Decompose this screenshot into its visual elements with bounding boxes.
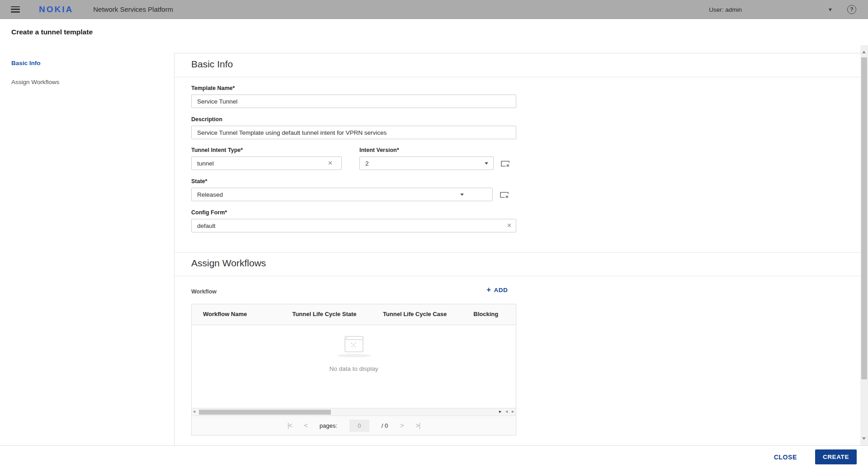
config-form-group: Config Form* ✕ <box>191 209 516 232</box>
intent-version-group: Intent Version* <box>359 147 494 170</box>
col-tunnel-life-cycle-state: Tunnel Life Cycle State <box>281 304 371 325</box>
workflow-label: Workflow <box>191 288 217 295</box>
page-number-input[interactable] <box>349 420 369 432</box>
empty-state-text: No data to display <box>192 365 516 372</box>
screen: NOKIA Network Services Platform User: ad… <box>0 0 868 468</box>
first-page-button[interactable]: |< <box>288 422 292 429</box>
assign-workflows-heading: Assign Workflows <box>191 258 266 269</box>
col-tunnel-life-cycle-case: Tunnel Life Cycle Case <box>372 304 462 325</box>
scroll-left-icon[interactable]: ◂ <box>505 409 508 414</box>
vertical-scrollbar[interactable] <box>860 45 868 445</box>
divider <box>175 276 860 276</box>
sidebar-item-basic-info[interactable]: Basic Info <box>11 60 41 66</box>
description-input[interactable] <box>191 126 516 139</box>
form-panel: Basic Info Template Name* Description Tu… <box>174 53 860 445</box>
empty-state-shadow <box>337 354 371 357</box>
template-name-input[interactable] <box>191 95 516 108</box>
divider <box>175 252 860 253</box>
user-menu-label[interactable]: User: admin <box>709 6 742 13</box>
state-label: State* <box>191 178 493 184</box>
template-name-label: Template Name* <box>191 85 516 91</box>
clear-icon[interactable]: ✕ <box>507 222 512 229</box>
topbar: NOKIA Network Services Platform User: ad… <box>0 0 868 19</box>
page-header: Create a tunnel template <box>0 19 868 45</box>
pagination-bar: |< < pages: / 0 > >| <box>192 416 516 435</box>
sidebar-item-assign-workflows[interactable]: Assign Workflows <box>11 79 59 85</box>
intent-version-select[interactable] <box>359 156 494 170</box>
horizontal-scrollbar[interactable]: ◂ ▸ ◂ ▸ <box>192 408 516 416</box>
sidebar: Basic Info Assign Workflows <box>0 45 174 445</box>
next-page-button[interactable]: > <box>400 422 403 429</box>
workflow-table-header: Workflow Name Tunnel Life Cycle State Tu… <box>192 304 516 325</box>
clear-selection-icon[interactable] <box>500 191 509 201</box>
prev-page-button[interactable]: < <box>304 422 307 429</box>
chevron-down-icon[interactable] <box>485 162 488 165</box>
config-form-input[interactable] <box>191 219 516 232</box>
scroll-up-icon[interactable] <box>862 51 866 53</box>
chevron-down-icon[interactable] <box>460 194 464 196</box>
app-title: Network Services Platform <box>93 5 173 13</box>
divider <box>175 77 860 77</box>
config-form-label: Config Form* <box>191 209 516 216</box>
last-page-button[interactable]: >| <box>415 422 420 429</box>
scroll-right-icon[interactable]: ▸ <box>512 409 514 414</box>
plus-icon: + <box>486 285 491 294</box>
description-label: Description <box>191 116 516 123</box>
pages-label: pages: <box>320 422 337 429</box>
tunnel-intent-type-label: Tunnel Intent Type* <box>191 147 342 153</box>
state-select[interactable] <box>191 188 493 201</box>
page-title: Create a tunnel template <box>11 28 93 36</box>
workflow-table: Workflow Name Tunnel Life Cycle State Tu… <box>191 304 516 435</box>
user-menu-caret-icon[interactable]: ▼ <box>828 7 833 12</box>
scrollbar-thumb[interactable] <box>199 410 331 415</box>
clear-icon[interactable]: ✕ <box>328 160 333 166</box>
scroll-down-icon[interactable] <box>862 437 866 440</box>
help-icon[interactable]: ? <box>847 5 856 14</box>
scroll-left-icon[interactable]: ◂ <box>193 409 195 414</box>
basic-info-heading: Basic Info <box>191 59 233 70</box>
scrollbar-thumb[interactable] <box>861 57 867 379</box>
intent-version-label: Intent Version* <box>359 147 494 153</box>
page-total: / 0 <box>382 422 388 429</box>
state-group: State* <box>191 178 493 201</box>
workflow-table-body: No data to display <box>192 325 516 408</box>
clear-selection-icon[interactable] <box>500 160 510 170</box>
col-blocking: Blocking <box>462 304 516 325</box>
tunnel-intent-type-input[interactable] <box>191 156 342 170</box>
template-name-group: Template Name* <box>191 85 516 108</box>
add-workflow-button[interactable]: + ADD <box>486 285 508 294</box>
footer-action-bar: CLOSE CREATE <box>0 445 868 468</box>
col-workflow-name: Workflow Name <box>192 304 281 325</box>
description-group: Description <box>191 116 516 139</box>
tunnel-intent-type-group: Tunnel Intent Type* ✕ <box>191 147 342 170</box>
create-button[interactable]: CREATE <box>815 449 857 464</box>
empty-state-icon <box>344 335 364 354</box>
scroll-right-icon[interactable]: ▸ <box>499 409 501 414</box>
nokia-logo: NOKIA <box>39 5 73 14</box>
hamburger-menu-icon[interactable] <box>11 6 20 13</box>
close-button[interactable]: CLOSE <box>774 454 797 461</box>
